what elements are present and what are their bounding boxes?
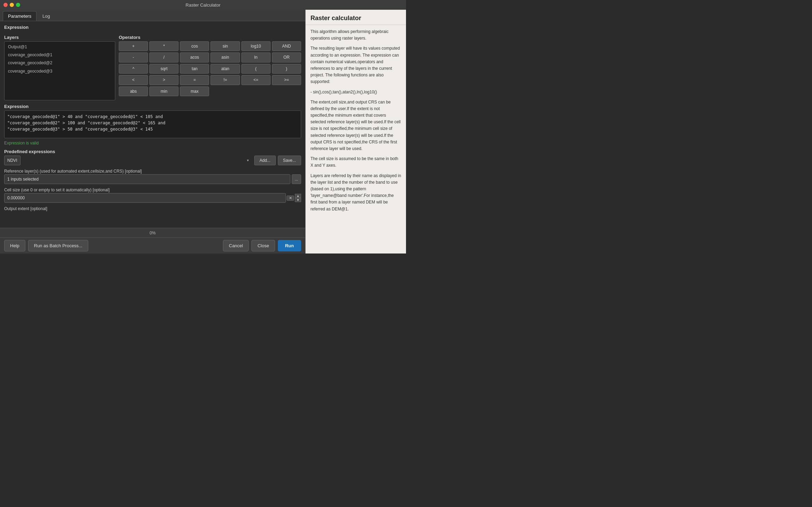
list-item[interactable]: coverage_geocoded@1: [7, 51, 113, 59]
bottom-bar: Help Run as Batch Process... Cancel Clos…: [0, 238, 305, 254]
help-paragraph-2: - sin(),cos(),tan(),atan2(),ln(),log10(): [310, 89, 401, 95]
op-plus[interactable]: +: [119, 41, 148, 51]
help-paragraph-4: The cell size is assumed to be the same …: [310, 156, 401, 169]
op-open-paren[interactable]: (: [241, 64, 271, 74]
reference-layer-input[interactable]: [4, 174, 290, 184]
operators-grid: + * cos sin log10 AND - / acos asin ln O…: [119, 41, 301, 96]
reference-layer-label: Reference layer(s) (used for automated e…: [4, 169, 301, 174]
help-paragraph-3: The extent,cell size,and output CRS can …: [310, 99, 401, 152]
operators-box: Operators + * cos sin log10 AND - / acos…: [119, 35, 301, 100]
op-or[interactable]: OR: [272, 52, 301, 62]
help-paragraph-0: This algorithm allows performing algebra…: [310, 28, 401, 42]
op-sqrt[interactable]: sqrt: [149, 64, 179, 74]
close-window-button[interactable]: [3, 3, 8, 7]
op-less-equal[interactable]: <=: [241, 75, 271, 85]
main-container: Parameters Log Expression Layers Output@…: [0, 10, 406, 254]
layers-box: Layers Output@1 coverage_geocoded@1 cove…: [4, 35, 115, 100]
list-item[interactable]: Output@1: [7, 43, 113, 51]
cell-size-input-row: ✕ ▲ ▼: [4, 193, 301, 203]
close-button[interactable]: Close: [251, 240, 275, 251]
op-greater[interactable]: >: [149, 75, 179, 85]
help-paragraph-1: The resulting layer will have its values…: [310, 45, 401, 85]
op-acos[interactable]: acos: [180, 52, 209, 62]
tab-bar: Parameters Log: [0, 10, 305, 21]
help-paragraph-5: Layers are referred by their name as dis…: [310, 173, 401, 213]
expression-valid-message: Expression is valid: [4, 141, 301, 146]
layers-operators-row: Layers Output@1 coverage_geocoded@1 cove…: [4, 35, 301, 100]
content-area: Expression Layers Output@1 coverage_geoc…: [0, 21, 305, 215]
op-abs[interactable]: abs: [119, 86, 148, 96]
predefined-select[interactable]: NDVI: [4, 156, 20, 165]
expression-section: Expression Expression is valid: [4, 104, 301, 146]
cell-size-clear-button[interactable]: ✕: [287, 196, 294, 201]
save-button[interactable]: Save...: [278, 156, 301, 165]
cell-size-up-button[interactable]: ▲: [295, 194, 301, 198]
predefined-label: Predefined expressions: [4, 149, 301, 154]
output-extent-label: Output extent [optional]: [4, 206, 301, 211]
help-button[interactable]: Help: [4, 240, 25, 251]
op-and[interactable]: AND: [272, 41, 301, 51]
list-item[interactable]: coverage_geocoded@2: [7, 59, 113, 67]
op-atan[interactable]: atan: [210, 64, 240, 74]
op-multiply[interactable]: *: [149, 41, 179, 51]
op-sin[interactable]: sin: [210, 41, 240, 51]
reference-layer-browse-button[interactable]: ...: [292, 174, 301, 184]
op-caret[interactable]: ^: [119, 64, 148, 74]
reference-layer-input-row: ...: [4, 174, 301, 184]
tab-parameters[interactable]: Parameters: [3, 11, 36, 21]
cell-size-input[interactable]: [4, 193, 286, 203]
cell-size-section: Cell size (use 0 or empty to set it auto…: [4, 188, 301, 203]
layers-label: Layers: [4, 35, 115, 40]
op-min[interactable]: min: [149, 86, 179, 96]
title-bar: Raster Calculator: [0, 0, 406, 10]
list-item[interactable]: coverage_geocoded@3: [7, 67, 113, 75]
progress-bar: 0%: [0, 228, 305, 238]
window-title: Raster Calculator: [185, 2, 220, 8]
op-less[interactable]: <: [119, 75, 148, 85]
op-asin[interactable]: asin: [210, 52, 240, 62]
bottom-right-buttons: Cancel Close Run: [223, 240, 301, 251]
help-body: This algorithm allows performing algebra…: [306, 25, 406, 219]
op-divide[interactable]: /: [149, 52, 179, 62]
reference-layer-section: Reference layer(s) (used for automated e…: [4, 169, 301, 184]
add-button[interactable]: Add...: [254, 156, 275, 165]
batch-button[interactable]: Run as Batch Process...: [28, 240, 88, 251]
parameters-content: Expression Layers Output@1 coverage_geoc…: [0, 21, 305, 228]
output-extent-section: Output extent [optional]: [4, 206, 301, 212]
op-tan[interactable]: tan: [180, 64, 209, 74]
op-max[interactable]: max: [180, 86, 209, 96]
expression-top-label: Expression: [4, 25, 301, 30]
expression-textarea[interactable]: [4, 110, 301, 138]
op-equal[interactable]: =: [180, 75, 209, 85]
left-panel: Parameters Log Expression Layers Output@…: [0, 10, 305, 254]
operators-label: Operators: [119, 35, 301, 40]
help-panel: Raster calculator This algorithm allows …: [305, 10, 406, 254]
op-minus[interactable]: -: [119, 52, 148, 62]
help-title: Raster calculator: [306, 10, 406, 25]
op-log10[interactable]: log10: [241, 41, 271, 51]
op-ln[interactable]: ln: [241, 52, 271, 62]
op-close-paren[interactable]: ): [272, 64, 301, 74]
cell-size-label: Cell size (use 0 or empty to set it auto…: [4, 188, 301, 192]
cell-size-spin-buttons: ▲ ▼: [295, 194, 301, 202]
maximize-window-button[interactable]: [16, 3, 20, 7]
minimize-window-button[interactable]: [10, 3, 14, 7]
bottom-left-buttons: Help Run as Batch Process...: [4, 240, 88, 251]
layers-list[interactable]: Output@1 coverage_geocoded@1 coverage_ge…: [4, 41, 115, 100]
window-controls[interactable]: [3, 3, 20, 7]
cell-size-down-button[interactable]: ▼: [295, 198, 301, 202]
predefined-row: NDVI Add... Save...: [4, 156, 301, 165]
op-not-equal[interactable]: !=: [210, 75, 240, 85]
run-button[interactable]: Run: [278, 240, 301, 251]
op-greater-equal[interactable]: >=: [272, 75, 301, 85]
cancel-button[interactable]: Cancel: [223, 240, 249, 251]
expression-label: Expression: [4, 104, 301, 109]
progress-value: 0%: [150, 231, 156, 235]
predefined-select-wrapper: NDVI: [4, 156, 252, 165]
predefined-section: Predefined expressions NDVI Add... Save.…: [4, 149, 301, 165]
tab-log[interactable]: Log: [37, 11, 55, 21]
op-cos[interactable]: cos: [180, 41, 209, 51]
